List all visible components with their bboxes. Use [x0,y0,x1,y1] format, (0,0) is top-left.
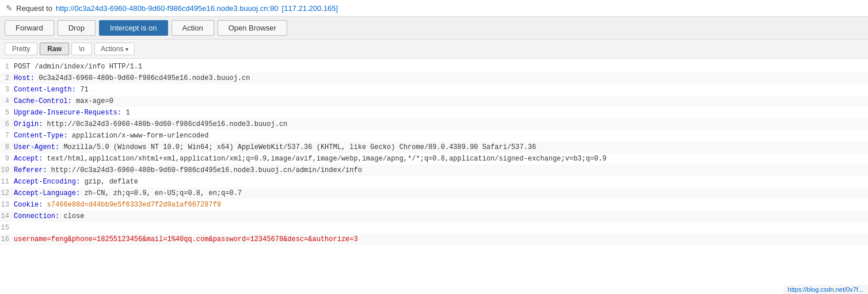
line-number: 5 [0,108,14,118]
chevron-down-icon: ▾ [125,46,128,52]
forward-button[interactable]: Forward [5,20,54,36]
action-button[interactable]: Action [172,20,214,36]
line-content: Origin: http://0c3a24d3-6960-480b-9d60-f… [14,119,287,129]
line-number: 1 [0,62,14,72]
code-area: 1POST /admin/index/info HTTP/1.12Host: 0… [0,59,868,266]
table-row: 5Upgrade-Insecure-Requests: 1 [0,107,868,119]
table-row: 4Cache-Control: max-age=0 [0,96,868,107]
line-content: Content-Length: 71 [14,85,89,95]
actions-label: Actions [101,45,123,53]
line-content: Cache-Control: max-age=0 [14,96,113,106]
table-row: 11Accept-Encoding: gzip, deflate [0,176,868,188]
tab-n[interactable]: \n [71,43,92,55]
pencil-icon: ✎ [6,3,13,13]
line-content: Host: 0c3a24d3-6960-480b-9d60-f986cd495e… [14,73,250,83]
table-row: 9Accept: text/html,application/xhtml+xml… [0,153,868,165]
line-number: 7 [0,131,14,141]
line-content: username=feng&phone=18255123456&mail=1%4… [14,234,358,245]
line-content: Content-Type: application/x-www-form-url… [14,131,208,141]
table-row: 13Cookie: s7466e88d=d44bb9e5f6333ed7f2d9… [0,199,868,211]
table-row: 10Referer: http://0c3a24d3-6960-480b-9d6… [0,165,868,176]
line-content: POST /admin/index/info HTTP/1.1 [14,62,142,72]
line-content: Accept-Encoding: gzip, deflate [14,177,138,187]
table-row: 7Content-Type: application/x-www-form-ur… [0,130,868,142]
drop-button[interactable]: Drop [58,20,96,36]
url-prefix: Request to [16,4,52,13]
line-number: 6 [0,119,14,129]
tab-actions[interactable]: Actions ▾ [94,43,135,55]
line-number: 10 [0,165,14,175]
line-number: 2 [0,73,14,83]
line-number: 4 [0,96,14,106]
tab-bar: Pretty Raw \n Actions ▾ [0,40,868,59]
ip-text: [117.21.200.165] [282,4,338,13]
line-content: User-Agent: Mozilla/5.0 (Windows NT 10.0… [14,142,536,152]
table-row: 16username=feng&phone=18255123456&mail=1… [0,234,868,245]
line-content: Connection: close [14,211,84,222]
line-content: Referer: http://0c3a24d3-6960-480b-9d60-… [14,165,362,175]
button-bar: Forward Drop Intercept is on Action Open… [0,17,868,40]
table-row: 15 [0,222,868,234]
line-number: 8 [0,142,14,152]
table-row: 1POST /admin/index/info HTTP/1.1 [0,61,868,72]
table-row: 2Host: 0c3a24d3-6960-480b-9d60-f986cd495… [0,72,868,84]
tab-pretty[interactable]: Pretty [5,43,37,55]
line-number: 15 [0,223,14,233]
tab-raw[interactable]: Raw [40,43,69,55]
line-content: Upgrade-Insecure-Requests: 1 [14,108,130,118]
line-content: Accept-Language: zh-CN, zh;q=0.9, en-US;… [14,188,242,198]
line-number: 12 [0,188,14,198]
table-row: 8User-Agent: Mozilla/5.0 (Windows NT 10.… [0,142,868,153]
url-bar: ✎ Request to http://0c3a24d3-6960-480b-9… [0,0,868,17]
line-content: Cookie: s7466e88d=d44bb9e5f6333ed7f2d9a1… [14,200,221,210]
table-row: 6Origin: http://0c3a24d3-6960-480b-9d60-… [0,119,868,130]
line-number: 9 [0,154,14,164]
url-link[interactable]: http://0c3a24d3-6960-480b-9d60-f986cd495… [56,4,279,13]
line-number: 14 [0,211,14,222]
line-number: 16 [0,234,14,245]
open-browser-button[interactable]: Open Browser [218,20,287,36]
table-row: 3Content-Length: 71 [0,84,868,96]
line-number: 13 [0,200,14,210]
line-number: 11 [0,177,14,187]
table-row: 14Connection: close [0,211,868,222]
intercept-button[interactable]: Intercept is on [99,20,168,36]
line-number: 3 [0,85,14,95]
table-row: 12Accept-Language: zh-CN, zh;q=0.9, en-U… [0,188,868,199]
line-content: Accept: text/html,application/xhtml+xml,… [14,154,607,164]
